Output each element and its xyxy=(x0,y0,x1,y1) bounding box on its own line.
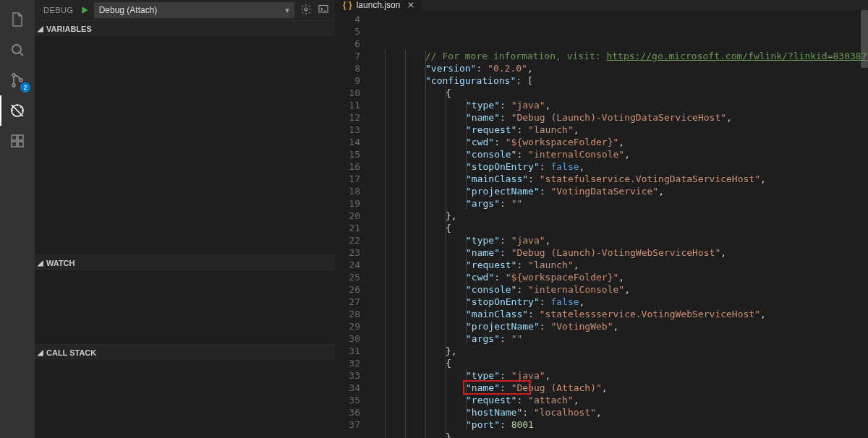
tab-launch-json[interactable]: { } launch.json ✕ xyxy=(336,0,422,10)
code-line[interactable]: "type": "java", xyxy=(372,234,868,246)
code-line[interactable]: "cwd": "${workspaceFolder}", xyxy=(372,136,868,148)
code-line[interactable]: "mainClass": "statefulservice.VotingData… xyxy=(372,173,868,185)
code-line[interactable]: "hostName": "localhost", xyxy=(372,406,868,418)
scm-badge: 2 xyxy=(20,82,30,93)
code-line[interactable]: "request": "attach", xyxy=(372,394,868,406)
tab-label: launch.json xyxy=(357,0,401,10)
watch-header[interactable]: ◢ WATCH xyxy=(35,254,335,270)
gear-icon[interactable] xyxy=(300,4,312,17)
svg-point-2 xyxy=(12,84,15,87)
debug-config-select[interactable]: Debug (Attach) ▾ xyxy=(94,2,294,18)
variables-header[interactable]: ◢ VARIABLES xyxy=(35,20,335,36)
svg-point-9 xyxy=(305,8,307,11)
svg-rect-10 xyxy=(319,5,328,12)
console-icon[interactable] xyxy=(318,4,329,17)
close-icon[interactable]: ✕ xyxy=(407,0,414,10)
chevron-down-icon: ◢ xyxy=(38,348,43,356)
code-line[interactable]: "name": "Debug (Launch)-VotingDataServic… xyxy=(372,111,868,124)
code-line[interactable]: "projectName": "VotingDataService", xyxy=(372,185,868,197)
search-icon[interactable] xyxy=(0,35,35,65)
svg-rect-6 xyxy=(12,142,17,147)
code-line[interactable]: { xyxy=(372,222,868,234)
code-line[interactable]: "stopOnEntry": false, xyxy=(372,160,868,173)
editor-tabs: { } launch.json ✕ xyxy=(336,0,868,10)
code-line[interactable]: }, xyxy=(372,345,868,357)
callstack-header[interactable]: ◢ CALL STACK xyxy=(35,344,335,360)
watch-label: WATCH xyxy=(46,259,75,267)
code-line[interactable]: }, xyxy=(372,210,868,222)
code-line[interactable]: } xyxy=(372,431,868,438)
code-line[interactable]: "console": "internalConsole", xyxy=(372,148,868,160)
svg-point-1 xyxy=(12,74,15,77)
svg-rect-7 xyxy=(18,142,23,147)
code-line[interactable]: { xyxy=(372,87,868,99)
code-line[interactable]: "console": "internalConsole", xyxy=(372,283,868,296)
code-line[interactable]: "args": "" xyxy=(372,332,868,345)
variables-body xyxy=(35,36,335,254)
code-line[interactable]: "stopOnEntry": false, xyxy=(372,296,868,308)
callstack-label: CALL STACK xyxy=(46,348,96,357)
code-line[interactable]: "name": "Debug (Launch)-VotingWebService… xyxy=(372,246,868,259)
start-debug-icon[interactable] xyxy=(80,5,90,15)
svg-point-0 xyxy=(12,45,21,53)
code-line[interactable]: "type": "java", xyxy=(372,369,868,382)
extensions-icon[interactable] xyxy=(0,126,35,156)
debug-title: DEBUG xyxy=(43,6,74,14)
json-icon: { } xyxy=(343,0,352,10)
code-line[interactable]: "args": "" xyxy=(372,197,868,210)
variables-label: VARIABLES xyxy=(46,25,92,33)
watch-body xyxy=(35,270,335,344)
editor-area: { } launch.json ✕ 4567891011121314151617… xyxy=(336,0,868,438)
callstack-body xyxy=(35,360,335,438)
chevron-down-icon: ◢ xyxy=(38,25,43,33)
line-numbers: 4567891011121314151617181920212223242526… xyxy=(336,10,372,438)
debug-icon[interactable] xyxy=(0,95,35,126)
chevron-down-icon: ▾ xyxy=(285,5,289,15)
chevron-down-icon: ◢ xyxy=(38,259,43,267)
explorer-icon[interactable] xyxy=(0,4,35,35)
code-line[interactable]: "request": "launch", xyxy=(372,124,868,136)
activity-bar: 2 xyxy=(0,0,35,438)
code-line[interactable]: { xyxy=(372,357,868,369)
code-editor[interactable]: 4567891011121314151617181920212223242526… xyxy=(336,10,868,438)
source-control-icon[interactable]: 2 xyxy=(0,65,35,95)
svg-rect-5 xyxy=(12,135,17,140)
svg-rect-8 xyxy=(18,135,23,140)
code-line[interactable]: "mainClass": "statelessservice.VotingWeb… xyxy=(372,308,868,320)
code-line[interactable]: "request": "launch", xyxy=(372,259,868,271)
code-line[interactable]: "name": "Debug (Attach)", xyxy=(372,382,868,394)
code-line[interactable]: "version": "0.2.0", xyxy=(372,62,868,74)
debug-panel: DEBUG Debug (Attach) ▾ ◢ VARIABLES xyxy=(35,0,336,438)
code-line[interactable]: "port": 8001 xyxy=(372,418,868,431)
code-line[interactable]: "type": "java", xyxy=(372,99,868,111)
debug-header: DEBUG Debug (Attach) ▾ xyxy=(35,0,335,20)
code-content[interactable]: // For more information, visit: https://… xyxy=(372,10,868,438)
code-line[interactable]: // For more information, visit: https://… xyxy=(372,50,868,62)
debug-config-value: Debug (Attach) xyxy=(99,5,158,15)
code-line[interactable]: "cwd": "${workspaceFolder}", xyxy=(372,271,868,283)
code-line[interactable]: "projectName": "VotingWeb", xyxy=(372,320,868,332)
code-line[interactable]: "configurations": [ xyxy=(372,74,868,87)
